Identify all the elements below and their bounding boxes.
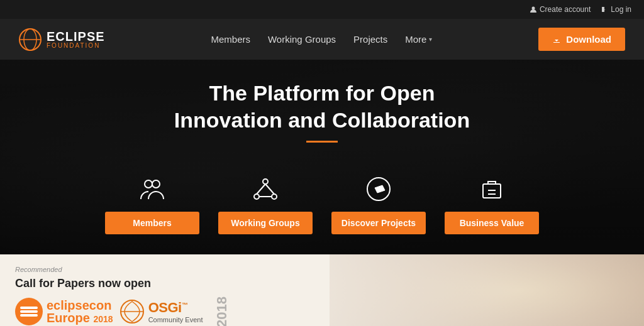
discover-projects-icon (365, 174, 392, 204)
hero-item-discover-projects: Discover Projects (322, 174, 435, 234)
hero-divider (306, 141, 338, 143)
icon-row: Members Working Groups (96, 174, 548, 234)
recommended-label: Recommended (15, 266, 629, 273)
svg-line-9 (257, 184, 265, 194)
more-caret-icon: ▾ (429, 36, 432, 43)
nav-projects[interactable]: Projects (353, 34, 387, 45)
eclipsecon-circle-icon (15, 298, 43, 325)
hero-item-members: Members (96, 174, 209, 234)
svg-point-4 (145, 180, 152, 188)
year-badge: 2018 (214, 296, 230, 326)
logo-text: ECLIPSE FOUNDATION (47, 30, 105, 49)
user-icon (530, 6, 537, 13)
header: ECLIPSE FOUNDATION Members Working Group… (0, 19, 644, 60)
working-groups-button[interactable]: Working Groups (218, 212, 313, 234)
osgi-logo[interactable]: OSGi™ Community Event (119, 299, 203, 324)
discover-projects-button[interactable]: Discover Projects (331, 212, 426, 234)
svg-point-5 (152, 180, 160, 188)
lower-section: Recommended Call for Papers now open ecl… (0, 254, 644, 326)
main-nav: Members Working Groups Projects More ▾ (211, 34, 432, 45)
download-icon (552, 35, 561, 44)
login-link[interactable]: Log in (601, 5, 631, 14)
business-value-button[interactable]: Business Value (445, 212, 539, 234)
svg-point-6 (263, 179, 268, 184)
download-button[interactable]: Download (538, 28, 625, 51)
nav-working-groups[interactable]: Working Groups (268, 34, 336, 45)
working-groups-icon (252, 174, 279, 204)
svg-point-7 (254, 194, 259, 199)
osgi-text: OSGi™ Community Event (148, 300, 203, 323)
top-bar: Create account Log in (0, 0, 644, 19)
logo[interactable]: ECLIPSE FOUNDATION (19, 28, 105, 51)
hero-item-business-value: Business Value (435, 174, 548, 234)
eclipse-logo-icon (19, 28, 42, 51)
svg-marker-13 (375, 185, 385, 193)
eclipsecon-text: eclipsecon Europe 2018 (47, 299, 113, 324)
hero-title: The Platform for Open Innovation and Col… (174, 80, 470, 133)
nav-more[interactable]: More ▾ (405, 34, 432, 45)
members-button[interactable]: Members (105, 212, 199, 234)
svg-line-10 (265, 184, 274, 194)
cfp-title: Call for Papers now open (15, 277, 629, 290)
login-icon (601, 6, 608, 13)
members-icon (138, 174, 166, 204)
nav-members[interactable]: Members (211, 34, 250, 45)
hero-item-working-groups: Working Groups (209, 174, 322, 234)
lower-content: Recommended Call for Papers now open ecl… (0, 254, 644, 326)
svg-point-0 (531, 7, 535, 10)
osgi-icon (119, 299, 145, 324)
svg-point-8 (272, 194, 277, 199)
eclipsecon-logo[interactable]: eclipsecon Europe 2018 (15, 298, 113, 325)
create-account-link[interactable]: Create account (530, 5, 591, 14)
hero-section: The Platform for Open Innovation and Col… (0, 60, 644, 254)
business-value-icon (478, 174, 506, 204)
event-logos: eclipsecon Europe 2018 OSGi™ (15, 296, 629, 326)
hero-content: The Platform for Open Innovation and Col… (174, 80, 470, 174)
